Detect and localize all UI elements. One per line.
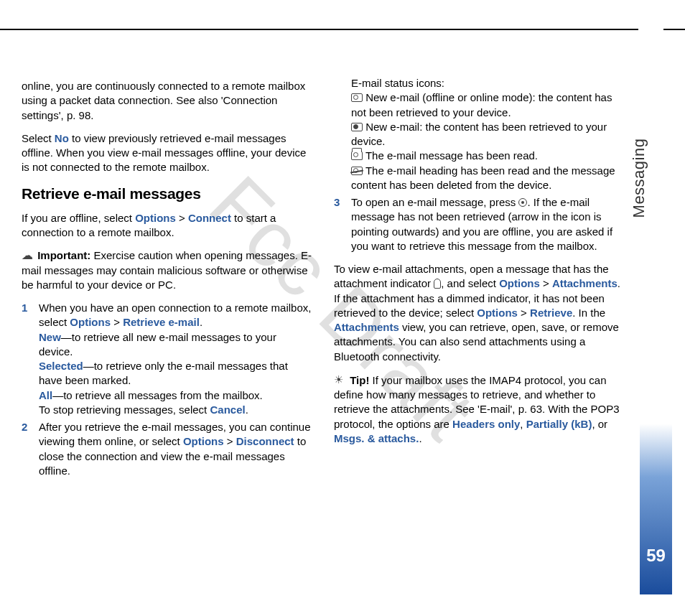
- text: .: [246, 403, 248, 416]
- attachment-icon: [434, 279, 441, 289]
- section-heading: Retrieve e-mail messages: [22, 184, 312, 204]
- keyword-partially-kb: Partially (kB): [526, 418, 592, 430]
- mail-read-icon: [351, 151, 363, 160]
- text: >: [111, 316, 123, 328]
- text: Select: [22, 132, 55, 144]
- text: .: [419, 432, 421, 444]
- intro-para-1: online, you are continuously connected t…: [22, 79, 312, 123]
- keyword-headers-only: Headers only: [452, 418, 520, 430]
- text: —to retrieve all messages from the mailb…: [52, 389, 263, 401]
- step-number-blank: [334, 76, 351, 192]
- text: To open an e-mail message, press: [351, 196, 518, 208]
- step-number: 2: [22, 420, 39, 478]
- mail-new-retrieved-icon: [351, 123, 363, 131]
- keyword-attachments: Attachments: [552, 277, 618, 289]
- keyword-disconnect: Disconnect: [236, 435, 294, 447]
- keyword-selected: Selected: [39, 360, 83, 372]
- text: >: [224, 435, 236, 447]
- text: , and select: [441, 277, 499, 289]
- step-body: After you retrieve the e-mail messages, …: [39, 420, 312, 478]
- important-note: Important: Exercise caution when opening…: [22, 248, 312, 292]
- keyword-attachments-view: Attachments: [334, 321, 399, 333]
- text: .: [200, 316, 202, 328]
- step-number: 1: [22, 301, 39, 417]
- list-item-2-cont: E-mail status icons: New e-mail (offline…: [334, 76, 625, 192]
- numbered-list-cont: E-mail status icons: New e-mail (offline…: [334, 76, 625, 253]
- top-rule: [0, 29, 685, 30]
- step-number: 3: [334, 195, 351, 253]
- keyword-options: Options: [183, 435, 224, 447]
- important-label: Important:: [37, 249, 90, 261]
- keyword-all: All: [39, 389, 52, 401]
- chapter-label: Messaging: [630, 139, 649, 218]
- page-content: online, you are continuously connected t…: [22, 79, 625, 481]
- offline-para: If you are offline, select Options > Con…: [22, 211, 312, 241]
- list-item-2: 2 After you retrieve the e-mail messages…: [22, 420, 312, 478]
- keyword-new: New: [39, 331, 61, 343]
- page-number: 59: [640, 546, 672, 566]
- text: . In the: [572, 307, 605, 319]
- text: If you are offline, select: [22, 212, 135, 224]
- text: —to retrieve all new e-mail messages to …: [39, 331, 276, 358]
- text: ,: [520, 418, 526, 430]
- list-item-1: 1 When you have an open connection to a …: [22, 301, 312, 417]
- text: >: [518, 307, 530, 319]
- step-body: E-mail status icons: New e-mail (offline…: [351, 76, 625, 192]
- side-tab: Messaging 59: [640, 61, 672, 594]
- keyword-retrieve: Retrieve: [530, 307, 572, 319]
- keyword-options: Options: [499, 277, 540, 289]
- intro-para-2: Select No to view previously retrieved e…: [22, 131, 312, 175]
- text: >: [540, 277, 552, 289]
- step-body: When you have an open connection to a re…: [39, 301, 312, 417]
- numbered-list: 1 When you have an open connection to a …: [22, 301, 312, 478]
- text: >: [176, 212, 188, 224]
- important-icon: [22, 251, 33, 261]
- step-body: To open an e-mail message, press . If th…: [351, 195, 625, 253]
- keyword-options: Options: [477, 307, 518, 319]
- text: New e-mail: the content has been retriev…: [351, 121, 607, 147]
- tip-note: Tip! If your mailbox uses the IMAP4 prot…: [334, 373, 625, 446]
- text: New e-mail (offline or online mode): the…: [351, 91, 612, 118]
- right-column: E-mail status icons: New e-mail (offline…: [334, 79, 625, 481]
- scroll-key-icon: [518, 198, 527, 207]
- mail-deleted-icon: [351, 167, 363, 175]
- keyword-options: Options: [70, 316, 111, 328]
- tip-label: Tip!: [350, 374, 369, 386]
- keyword-connect: Connect: [188, 212, 231, 224]
- text: , or: [592, 418, 607, 430]
- text: To stop retrieving messages, select: [39, 403, 210, 416]
- keyword-retrieve-email: Retrieve e-mail: [123, 316, 200, 328]
- keyword-options: Options: [135, 212, 176, 224]
- keyword-cancel: Cancel: [210, 403, 245, 416]
- text: The e-mail heading has been read and the…: [351, 164, 615, 191]
- text: The e-mail message has been read.: [363, 149, 538, 162]
- attachments-para: To view e-mail attachments, open a messa…: [334, 262, 625, 364]
- tip-icon: [334, 374, 345, 386]
- text: E-mail status icons:: [351, 77, 444, 89]
- mail-new-offline-icon: [351, 93, 363, 102]
- keyword-msgs-attachs: Msgs. & attachs.: [334, 432, 419, 444]
- list-item-3: 3 To open an e-mail message, press . If …: [334, 195, 625, 253]
- keyword-no: No: [55, 132, 69, 144]
- left-column: online, you are continuously connected t…: [22, 79, 312, 481]
